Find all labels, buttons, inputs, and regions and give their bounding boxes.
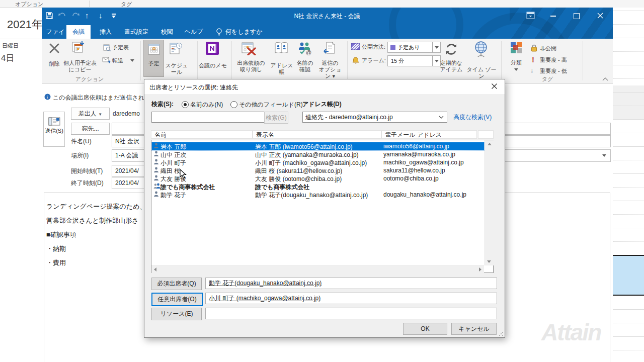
undo-icon[interactable]	[58, 12, 66, 19]
private-lock-icon[interactable]	[531, 44, 537, 52]
resize-grip[interactable]	[499, 331, 504, 336]
optional-attendees-field[interactable]: 小川 町子 (machiko_ogawa@attainj.co.jp)	[205, 293, 497, 304]
tab-file[interactable]: ファイル	[44, 25, 66, 39]
more-columns-radio[interactable]	[230, 101, 237, 108]
dialog-close-icon[interactable]	[491, 82, 498, 90]
recurrence-icon[interactable]	[443, 41, 459, 57]
importance-low-button[interactable]: 重要度 - 低	[540, 68, 567, 74]
copy-to-calendar-button[interactable]: 個人用予定表にコピー	[62, 60, 98, 73]
required-attendees-button[interactable]: 必須出席者(Q)	[151, 278, 202, 290]
collapse-ribbon-icon[interactable]	[602, 77, 608, 81]
attendee-row[interactable]: 岩本 五郎岩本 五郎 (iwamoto56@attainj.co.jp)iwam…	[152, 142, 484, 150]
resources-field[interactable]	[205, 308, 497, 319]
attendee-row[interactable]: 大友 勝俊大友 勝俊 (ootomo@chiba.co.jp)ootomo@ch…	[152, 174, 484, 183]
address-book-select[interactable]: 連絡先 - daredemo@attainj.co.jp	[302, 112, 447, 123]
reminder-select[interactable]: 15 分	[387, 55, 433, 66]
cancel-invitation-button[interactable]: 出席依頼の取り消し	[234, 60, 268, 73]
importance-high-icon[interactable]: !	[532, 55, 534, 64]
tab-insert[interactable]: 挿入	[94, 25, 118, 39]
minimize-button[interactable]	[550, 16, 556, 17]
location-dropdown-icon[interactable]	[602, 154, 606, 157]
column-header-display[interactable]: 表示名	[253, 130, 381, 139]
required-attendees-field[interactable]: 動学 花子(dougaku_hanako@attainj.co.jp)	[205, 278, 497, 289]
tab-format[interactable]: 書式設定	[120, 25, 153, 39]
cancel-button[interactable]: キャンセル	[451, 323, 497, 335]
forward-icon[interactable]	[102, 57, 111, 63]
check-names-icon[interactable]: @	[297, 41, 312, 55]
tab-review[interactable]: 校閲	[155, 25, 179, 39]
scroll-right-icon[interactable]	[479, 267, 481, 272]
column-header-name[interactable]: 名前	[151, 130, 253, 139]
from-button[interactable]: 差出人 ▼	[71, 108, 110, 120]
column-header-blank[interactable]	[478, 130, 494, 139]
calendar-selected-slot[interactable]	[613, 255, 644, 296]
horizontal-scrollbar[interactable]	[151, 265, 484, 273]
send-button[interactable]: 送信(S)	[43, 112, 65, 147]
more-columns-label[interactable]: その他のフィールド(R)	[239, 101, 303, 109]
check-names-button[interactable]: 名前の確認	[293, 60, 316, 73]
redo-icon[interactable]	[71, 12, 79, 19]
meeting-notes-icon[interactable]	[206, 42, 219, 55]
attendee-row[interactable]: 小川 町子小川 町子 (machiko_ogawa@attainj.co.jp)…	[152, 158, 484, 166]
show-as-dropdown-button[interactable]	[433, 42, 441, 53]
scheduling-icon[interactable]	[170, 42, 183, 55]
attendee-row[interactable]: 織田 桜織田 桜 (sakura11@hellow.co.jp)sakura11…	[152, 166, 484, 174]
advanced-find-link[interactable]: 高度な検索(V)	[453, 113, 492, 122]
attendee-row[interactable]: 山中 正次山中 正次 (yamanaka@muraoka.co.jp)yaman…	[152, 150, 484, 158]
importance-high-button[interactable]: 重要度 - 高	[540, 57, 567, 63]
move-up-icon[interactable]: ↑	[85, 11, 89, 20]
column-header-email[interactable]: 電子メール アドレス	[381, 130, 477, 139]
attendee-list[interactable]: 岩本 五郎岩本 五郎 (iwamoto56@attainj.co.jp)iwam…	[151, 140, 494, 273]
names-only-radio[interactable]	[182, 101, 189, 108]
close-button[interactable]	[597, 12, 604, 19]
calendar-strip[interactable]	[613, 8, 644, 362]
address-book-button[interactable]: アドレス帳	[269, 62, 294, 75]
response-options-button[interactable]: 返信のオプション ▾	[316, 60, 344, 79]
search-input[interactable]	[151, 112, 265, 123]
go-button[interactable]: 検索(G)	[264, 112, 288, 124]
forward-dropdown-icon[interactable]	[130, 59, 134, 62]
address-book-icon[interactable]	[274, 42, 289, 55]
ribbon-display-options-icon[interactable]	[526, 12, 535, 19]
scroll-down-icon[interactable]	[487, 260, 491, 263]
tab-meeting[interactable]: 会議	[66, 25, 91, 39]
appointment-button[interactable]: 予定	[143, 40, 164, 77]
maximize-button[interactable]	[574, 13, 580, 19]
attendee-row[interactable]: 動学 花子動学 花子(dougaku_hanako@attainj.co.jp)…	[152, 191, 484, 199]
delete-icon[interactable]	[49, 43, 60, 54]
show-as-select[interactable]: 予定あり	[387, 42, 433, 53]
open-calendar-button[interactable]: 予定表	[112, 44, 129, 51]
categorize-dropdown-icon[interactable]	[514, 68, 518, 71]
resources-button[interactable]: リソース(E)	[151, 308, 202, 320]
calendar-small-icon[interactable]	[103, 44, 111, 51]
ok-button[interactable]: OK	[403, 323, 447, 335]
categorize-icon[interactable]	[510, 42, 522, 54]
forward-button[interactable]: 転送	[112, 57, 123, 64]
scheduling-button[interactable]: スケジュール	[163, 62, 191, 75]
timezone-globe-icon[interactable]	[472, 40, 490, 58]
recurrence-button[interactable]: 定期的なアイテム	[437, 60, 465, 73]
importance-low-icon[interactable]: ↓	[530, 66, 534, 74]
vertical-scrollbar[interactable]	[485, 140, 494, 265]
attendee-display-name: 動学 花子(dougaku_hanako@attainj.co.jp)	[255, 191, 368, 200]
private-button[interactable]: 非公開	[540, 45, 556, 52]
tell-me-lightbulb-icon[interactable]	[215, 28, 223, 36]
qat-customize-icon[interactable]	[112, 14, 116, 18]
move-down-icon[interactable]: ↓	[99, 11, 103, 20]
copy-to-calendar-icon[interactable]	[71, 41, 85, 55]
timezone-button[interactable]: タイム ゾーン	[466, 66, 497, 79]
meeting-notes-button[interactable]: 会議のメモ	[198, 62, 228, 69]
attendee-row[interactable]: 誰でも商事株式会社誰でも商事株式会社	[152, 183, 484, 191]
tell-me-search[interactable]: 何をしますか	[225, 25, 266, 39]
save-icon[interactable]	[45, 12, 53, 20]
scroll-up-icon[interactable]	[488, 143, 492, 145]
response-options-icon[interactable]	[323, 41, 336, 55]
dialog-titlebar[interactable]: 出席者とリソースの選択: 連絡先	[144, 79, 505, 94]
cancel-invitation-icon[interactable]	[241, 41, 256, 55]
categorize-button[interactable]: 分類	[505, 59, 528, 66]
to-button[interactable]: 宛先...	[71, 123, 110, 135]
tab-help[interactable]: ヘルプ	[181, 25, 206, 39]
names-only-label[interactable]: 名前のみ(N)	[190, 101, 223, 109]
optional-attendees-button[interactable]: 任意出席者(O)	[151, 293, 203, 306]
scroll-left-icon[interactable]	[154, 267, 156, 272]
